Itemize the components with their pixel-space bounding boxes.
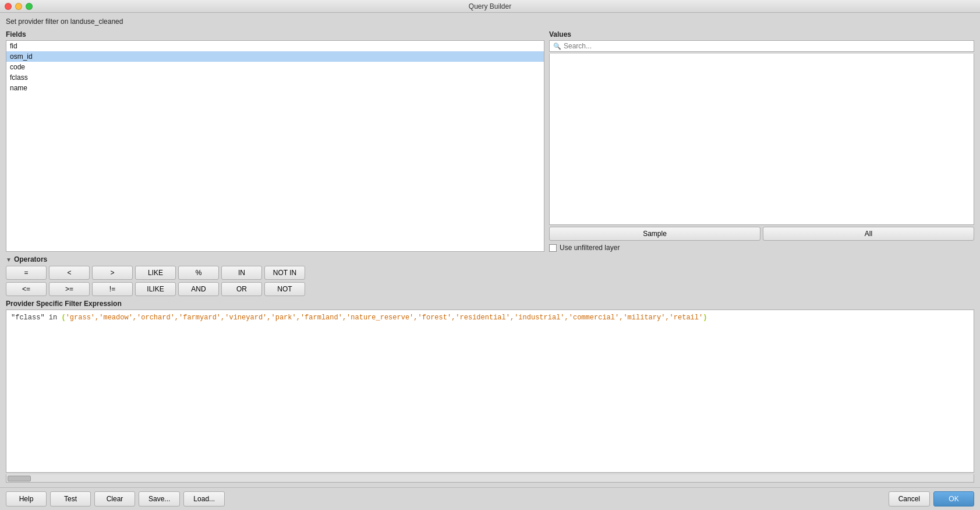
unfiltered-checkbox[interactable] <box>549 244 557 252</box>
op-like[interactable]: LIKE <box>135 266 176 280</box>
filter-scrollbar[interactable] <box>6 474 974 483</box>
close-button[interactable] <box>5 3 12 10</box>
expr-open-paren: ( <box>61 314 65 322</box>
sample-button[interactable]: Sample <box>549 227 760 241</box>
values-search-bar: 🔍 <box>549 40 974 52</box>
values-panel: Values 🔍 Sample All Use unfiltered layer <box>549 30 974 252</box>
help-button[interactable]: Help <box>6 491 47 507</box>
operators-label: Operators <box>14 255 47 263</box>
expr-close-paren: ) <box>703 314 707 322</box>
operators-row1: = < > LIKE % IN NOT IN <box>6 266 974 280</box>
op-not[interactable]: NOT <box>264 282 305 296</box>
op-percent[interactable]: % <box>178 266 219 280</box>
clear-button[interactable]: Clear <box>94 491 135 507</box>
cancel-button[interactable]: Cancel <box>889 491 930 507</box>
expr-values: 'grass','meadow','orchard','farmyard','v… <box>66 314 703 322</box>
op-not-in[interactable]: NOT IN <box>264 266 305 280</box>
ok-button[interactable]: OK <box>933 491 974 507</box>
top-section: Fields fid osm_id code fclass name Value… <box>6 30 974 252</box>
values-list[interactable] <box>549 54 974 225</box>
all-button[interactable]: All <box>763 227 974 241</box>
unfiltered-row: Use unfiltered layer <box>549 244 974 252</box>
window-controls <box>5 3 33 10</box>
field-item-osmid[interactable]: osm_id <box>6 51 544 62</box>
field-item-name[interactable]: name <box>6 83 544 93</box>
op-gt[interactable]: > <box>92 266 133 280</box>
op-lte[interactable]: <= <box>6 282 47 296</box>
save-button[interactable]: Save... <box>139 491 180 507</box>
fields-panel: Fields fid osm_id code fclass name <box>6 30 544 252</box>
filter-section: Provider Specific Filter Expression "fcl… <box>6 300 974 483</box>
expr-field: "fclass" <box>11 314 45 322</box>
operators-section: ▼ Operators = < > LIKE % IN NOT IN <= >=… <box>6 255 974 296</box>
unfiltered-label: Use unfiltered layer <box>560 244 620 252</box>
window-title: Query Builder <box>469 2 511 10</box>
field-item-fclass[interactable]: fclass <box>6 72 544 83</box>
op-gte[interactable]: >= <box>49 282 90 296</box>
op-in[interactable]: IN <box>221 266 262 280</box>
expr-in: in <box>45 314 62 322</box>
op-and[interactable]: AND <box>178 282 219 296</box>
field-item-fid[interactable]: fid <box>6 41 544 51</box>
minimize-button[interactable] <box>15 3 22 10</box>
op-or[interactable]: OR <box>221 282 262 296</box>
test-button[interactable]: Test <box>50 491 91 507</box>
filter-expression: "fclass" in ('grass','meadow','orchard',… <box>11 314 969 322</box>
values-buttons: Sample All <box>549 227 974 241</box>
maximize-button[interactable] <box>26 3 33 10</box>
filter-label: Provider Specific Filter Expression <box>6 300 974 308</box>
op-eq[interactable]: = <box>6 266 47 280</box>
subtitle: Set provider filter on landuse_cleaned <box>6 17 974 26</box>
bottom-bar: Help Test Clear Save... Load... Cancel O… <box>0 487 980 510</box>
main-content: Set provider filter on landuse_cleaned F… <box>0 13 980 487</box>
field-item-code[interactable]: code <box>6 62 544 72</box>
title-bar: Query Builder <box>0 0 980 13</box>
load-button[interactable]: Load... <box>183 491 225 507</box>
operators-row2: <= >= != ILIKE AND OR NOT <box>6 282 974 296</box>
values-search-input[interactable] <box>564 42 970 50</box>
scrollbar-thumb[interactable] <box>8 476 31 481</box>
search-icon: 🔍 <box>553 43 561 50</box>
fields-list[interactable]: fid osm_id code fclass name <box>6 40 544 252</box>
op-ilike[interactable]: ILIKE <box>135 282 176 296</box>
fields-label: Fields <box>6 30 544 38</box>
filter-editor[interactable]: "fclass" in ('grass','meadow','orchard',… <box>6 309 974 473</box>
op-lt[interactable]: < <box>49 266 90 280</box>
operators-header: ▼ Operators <box>6 255 974 263</box>
triangle-icon: ▼ <box>6 256 12 263</box>
values-label: Values <box>549 30 974 38</box>
op-neq[interactable]: != <box>92 282 133 296</box>
